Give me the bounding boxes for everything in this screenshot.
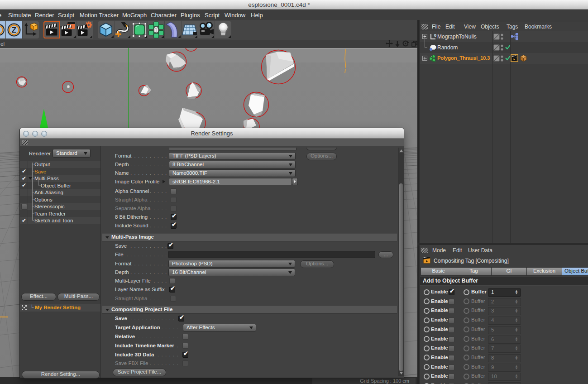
svg-text:0: 0: [434, 33, 436, 38]
svg-text:Z: Z: [12, 26, 16, 34]
